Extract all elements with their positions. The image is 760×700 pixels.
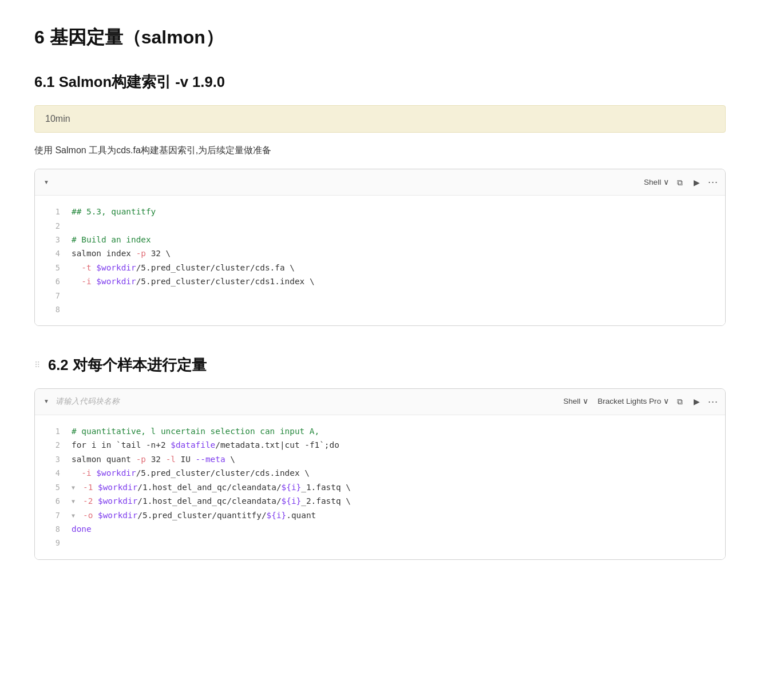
line-content: -i $workdir/5.pred_cluster/cluster/cds1.… (72, 275, 716, 288)
line-number: 1 (44, 424, 60, 438)
subsection-title: 6.1 Salmon构建索引 -v 1.9.0 (34, 70, 225, 94)
run-icon[interactable]: ▶ (691, 176, 703, 189)
line-content: salmon quant -p 32 -l IU --meta \ (72, 452, 716, 466)
line-number: 5 (44, 480, 60, 494)
line-number: 6 (44, 494, 60, 508)
line-number: 2 (44, 438, 60, 452)
time-badge: 10min (34, 105, 726, 133)
code-line: 8 (35, 303, 725, 316)
line-number: 4 (44, 466, 60, 480)
drag-handle-icon[interactable]: ⠿ (34, 359, 43, 371)
line-number: 3 (44, 452, 60, 466)
section-6-2: ⠿6.2 对每个样本进行定量▼请输入代码块名称Shell ∨Bracket Li… (34, 353, 726, 560)
more-options-icon[interactable]: ··· (708, 393, 718, 410)
line-content: # Build an index (72, 233, 716, 246)
line-number: 8 (44, 522, 60, 536)
collapse-arrow-icon[interactable]: ▼ (42, 397, 51, 406)
line-number: 3 (44, 233, 60, 246)
code-area[interactable]: 1## 5.3, quantitfy23# Build an index4sal… (35, 196, 725, 325)
section-6-1: 6.1 Salmon构建索引 -v 1.9.010min使用 Salmon 工具… (34, 70, 726, 326)
line-number: 7 (44, 508, 60, 522)
code-line: 4salmon index -p 32 \ (35, 246, 725, 260)
line-number: 2 (44, 219, 60, 233)
copy-icon[interactable]: ⧉ (674, 176, 686, 189)
subsection-header-row: ⠿6.2 对每个样本进行定量 (34, 353, 726, 377)
code-line: 3salmon quant -p 32 -l IU --meta \ (35, 452, 725, 466)
code-line: 6 -i $workdir/5.pred_cluster/cluster/cds… (35, 275, 725, 288)
line-content: -o $workdir/5.pred_cluster/quantitfy/${i… (83, 508, 716, 522)
line-fold-arrow-icon[interactable]: ▼ (72, 496, 80, 506)
line-fold-arrow-icon[interactable]: ▼ (72, 511, 80, 520)
language-selector[interactable]: Shell ∨ (644, 176, 669, 189)
line-number: 4 (44, 246, 60, 260)
code-line: 4 -i $workdir/5.pred_cluster/cluster/cds… (35, 466, 725, 480)
line-content: # quantitative, l uncertain selection ca… (72, 424, 716, 438)
code-line: 1# quantitative, l uncertain selection c… (35, 424, 725, 438)
collapse-arrow-icon[interactable]: ▼ (42, 178, 51, 187)
code-block-header: ▼请输入代码块名称Shell ∨Bracket Lights Pro ∨⧉▶··… (35, 389, 725, 415)
line-number: 1 (44, 205, 60, 218)
code-line: 2for i in `tail -n+2 $datafile/metadata.… (35, 438, 725, 452)
code-line: 7 (35, 289, 725, 303)
code-line: 2 (35, 219, 725, 233)
line-content: -1 $workdir/1.host_del_and_qc/cleandata/… (83, 480, 716, 494)
code-line: 3# Build an index (35, 233, 725, 246)
code-line: 1## 5.3, quantitfy (35, 205, 725, 218)
line-content: done (72, 522, 716, 536)
section-description: 使用 Salmon 工具为cds.fa构建基因索引,为后续定量做准备 (34, 143, 726, 158)
code-area[interactable]: 1# quantitative, l uncertain selection c… (35, 415, 725, 559)
line-content: -t $workdir/5.pred_cluster/cluster/cds.f… (72, 261, 716, 275)
line-content: salmon index -p 32 \ (72, 246, 716, 260)
code-line: 5▼-1 $workdir/1.host_del_and_qc/cleandat… (35, 480, 725, 494)
line-number: 7 (44, 289, 60, 303)
code-line: 5 -t $workdir/5.pred_cluster/cluster/cds… (35, 261, 725, 275)
code-block-6-1: ▼Shell ∨⧉▶···1## 5.3, quantitfy23# Build… (34, 169, 726, 326)
line-content: -2 $workdir/1.host_del_and_qc/cleandata/… (83, 494, 716, 508)
more-options-icon[interactable]: ··· (708, 174, 718, 190)
run-icon[interactable]: ▶ (691, 395, 703, 408)
line-content: for i in `tail -n+2 $datafile/metadata.t… (72, 438, 716, 452)
code-block-header: ▼Shell ∨⧉▶··· (35, 169, 725, 196)
language-selector[interactable]: Shell ∨ (563, 395, 588, 408)
subsection-header-row: 6.1 Salmon构建索引 -v 1.9.0 (34, 70, 726, 94)
copy-icon[interactable]: ⧉ (674, 395, 686, 408)
code-block-6-2: ▼请输入代码块名称Shell ∨Bracket Lights Pro ∨⧉▶··… (34, 388, 726, 560)
code-block-name-input[interactable]: 请输入代码块名称 (56, 395, 559, 408)
subsection-title: 6.2 对每个样本进行定量 (48, 353, 207, 377)
code-line: 7▼-o $workdir/5.pred_cluster/quantitfy/$… (35, 508, 725, 522)
line-number: 5 (44, 261, 60, 275)
theme-selector[interactable]: Bracket Lights Pro ∨ (597, 395, 669, 408)
code-line: 6▼-2 $workdir/1.host_del_and_qc/cleandat… (35, 494, 725, 508)
line-number: 6 (44, 275, 60, 288)
line-content: ## 5.3, quantitfy (72, 205, 716, 218)
line-number: 9 (44, 536, 60, 550)
line-fold-arrow-icon[interactable]: ▼ (72, 483, 80, 492)
line-number: 8 (44, 303, 60, 316)
code-line: 9 (35, 536, 725, 550)
main-title: 6 基因定量（salmon） (34, 23, 726, 52)
line-content: -i $workdir/5.pred_cluster/cluster/cds.i… (72, 466, 716, 480)
code-line: 8done (35, 522, 725, 536)
